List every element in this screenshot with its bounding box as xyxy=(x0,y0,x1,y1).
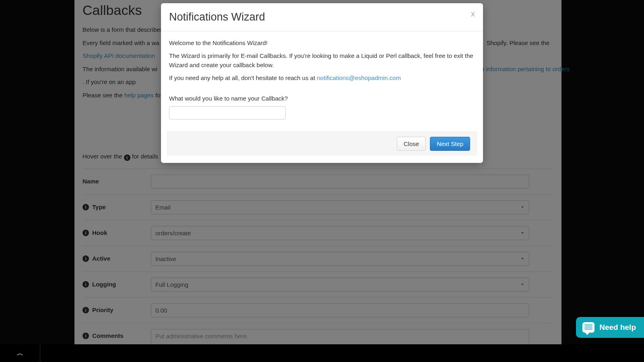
callback-name-label: What would you like to name your Callbac… xyxy=(169,94,475,103)
expand-button[interactable]: ︿ xyxy=(0,344,40,362)
modal-close-button[interactable]: x xyxy=(471,9,475,18)
chevron-up-icon: ︿ xyxy=(17,348,24,359)
notifications-wizard-modal: Notifications Wizard x Welcome to the No… xyxy=(161,3,483,163)
help-widget-label: Need help xyxy=(599,322,636,333)
help-chat-widget[interactable]: Need help xyxy=(576,317,644,338)
modal-welcome-text: Welcome to the Notifications Wizard! xyxy=(169,39,475,48)
modal-header: Notifications Wizard x xyxy=(161,3,483,31)
modal-footer: Close Next Step xyxy=(167,132,477,156)
chat-icon xyxy=(582,322,594,333)
modal-desc-text: The Wizard is primarily for E-mail Callb… xyxy=(169,51,475,70)
modal-help-text: If you need any help at all, don't hesit… xyxy=(169,74,317,81)
support-email-link[interactable]: notifications@eshopadmin.com xyxy=(317,74,401,81)
bottom-bar: ︿ xyxy=(0,344,644,362)
callback-name-input[interactable] xyxy=(169,106,286,119)
close-button[interactable]: Close xyxy=(397,137,426,151)
next-step-button[interactable]: Next Step xyxy=(430,137,470,151)
modal-title: Notifications Wizard xyxy=(169,9,265,25)
modal-body: Welcome to the Notifications Wizard! The… xyxy=(161,31,483,132)
